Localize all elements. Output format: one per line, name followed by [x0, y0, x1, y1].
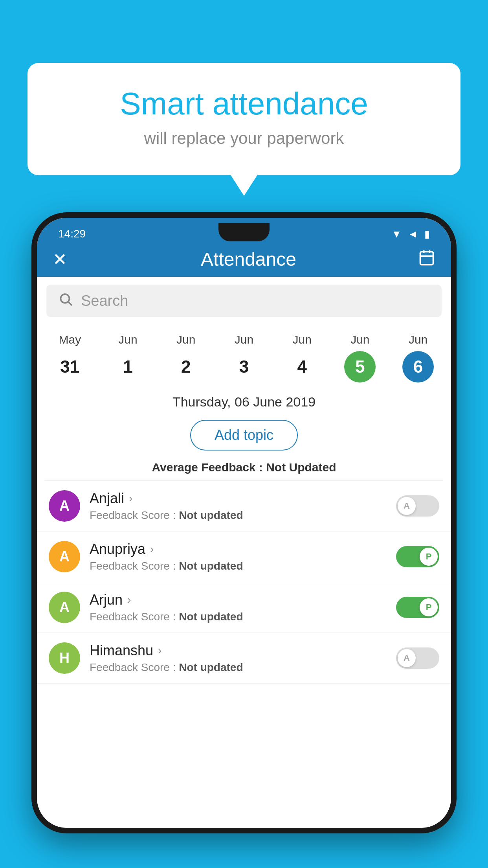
phone-screen: 14:29 ▼ ◄ ▮ ✕ Attendance	[37, 218, 451, 828]
date-jun5[interactable]: Jun 5	[344, 333, 376, 383]
speech-bubble: Smart attendance will replace your paper…	[28, 63, 460, 175]
student-list: A Anjali › Feedback Score : Not updated …	[37, 481, 451, 684]
student-name-arjun: Arjun ›	[90, 592, 396, 608]
feedback-anupriya: Feedback Score : Not updated	[90, 560, 396, 572]
student-info-himanshu: Himanshu › Feedback Score : Not updated	[90, 642, 396, 674]
toggle-anjali[interactable]: A	[396, 495, 439, 517]
header-title: Attendance	[79, 248, 418, 270]
feedback-anjali: Feedback Score : Not updated	[90, 509, 396, 522]
date-jun3[interactable]: Jun 3	[228, 333, 260, 383]
toggle-switch-anjali[interactable]: A	[396, 495, 439, 517]
date-jun4[interactable]: Jun 4	[286, 333, 318, 383]
avg-feedback-value: Not Updated	[266, 461, 336, 474]
student-info-anjali: Anjali › Feedback Score : Not updated	[90, 490, 396, 522]
student-row-anjali[interactable]: A Anjali › Feedback Score : Not updated …	[37, 481, 451, 531]
phone-container: 14:29 ▼ ◄ ▮ ✕ Attendance	[31, 212, 457, 868]
svg-rect-0	[420, 252, 433, 265]
bubble-subtitle: will replace your paperwork	[59, 129, 429, 148]
avatar-himanshu: H	[49, 642, 80, 674]
student-row-anupriya[interactable]: A Anupriya › Feedback Score : Not update…	[37, 531, 451, 582]
date-may31[interactable]: May 31	[54, 333, 86, 383]
student-info-anupriya: Anupriya › Feedback Score : Not updated	[90, 541, 396, 572]
search-bar[interactable]: Search	[46, 285, 442, 317]
calendar-strip: May 31 Jun 1 Jun 2 Jun 3 Jun 4	[37, 325, 451, 386]
avatar-anupriya: A	[49, 541, 80, 572]
toggle-switch-arjun[interactable]: P	[396, 597, 439, 618]
avg-feedback-prefix: Average Feedback :	[152, 461, 266, 474]
speech-bubble-container: Smart attendance will replace your paper…	[28, 63, 460, 175]
wifi-icon: ▼	[392, 228, 402, 240]
phone-frame: 14:29 ▼ ◄ ▮ ✕ Attendance	[31, 212, 457, 833]
search-icon	[58, 292, 73, 310]
status-icons: ▼ ◄ ▮	[392, 228, 430, 240]
toggle-himanshu[interactable]: A	[396, 647, 439, 669]
svg-point-4	[61, 294, 69, 303]
avatar-anjali: A	[49, 490, 80, 522]
toggle-arjun[interactable]: P	[396, 597, 439, 618]
feedback-arjun: Feedback Score : Not updated	[90, 611, 396, 623]
student-row-arjun[interactable]: A Arjun › Feedback Score : Not updated P	[37, 582, 451, 633]
date-jun6[interactable]: Jun 6	[402, 333, 434, 383]
date-jun1[interactable]: Jun 1	[112, 333, 144, 383]
avg-feedback: Average Feedback : Not Updated	[37, 457, 451, 480]
toggle-switch-anupriya[interactable]: P	[396, 546, 439, 567]
date-jun2[interactable]: Jun 2	[170, 333, 202, 383]
chevron-himanshu: ›	[158, 644, 161, 657]
student-name-anjali: Anjali ›	[90, 490, 396, 507]
toggle-switch-himanshu[interactable]: A	[396, 647, 439, 669]
close-button[interactable]: ✕	[53, 249, 67, 269]
svg-line-5	[68, 302, 72, 305]
battery-icon: ▮	[424, 228, 430, 240]
student-row-himanshu[interactable]: H Himanshu › Feedback Score : Not update…	[37, 633, 451, 684]
chevron-arjun: ›	[127, 594, 131, 606]
add-topic-button[interactable]: Add topic	[190, 420, 298, 451]
selected-date-label: Thursday, 06 June 2019	[37, 386, 451, 414]
feedback-himanshu: Feedback Score : Not updated	[90, 661, 396, 674]
notch	[218, 223, 270, 241]
status-time: 14:29	[58, 228, 86, 240]
search-input[interactable]: Search	[81, 292, 128, 309]
signal-icon: ◄	[408, 228, 418, 240]
student-name-anupriya: Anupriya ›	[90, 541, 396, 557]
avatar-arjun: A	[49, 592, 80, 623]
bubble-title: Smart attendance	[59, 86, 429, 121]
student-name-himanshu: Himanshu ›	[90, 642, 396, 659]
calendar-icon[interactable]	[418, 249, 435, 270]
student-info-arjun: Arjun › Feedback Score : Not updated	[90, 592, 396, 623]
chevron-anupriya: ›	[150, 543, 154, 555]
toggle-anupriya[interactable]: P	[396, 546, 439, 567]
chevron-anjali: ›	[129, 492, 132, 505]
